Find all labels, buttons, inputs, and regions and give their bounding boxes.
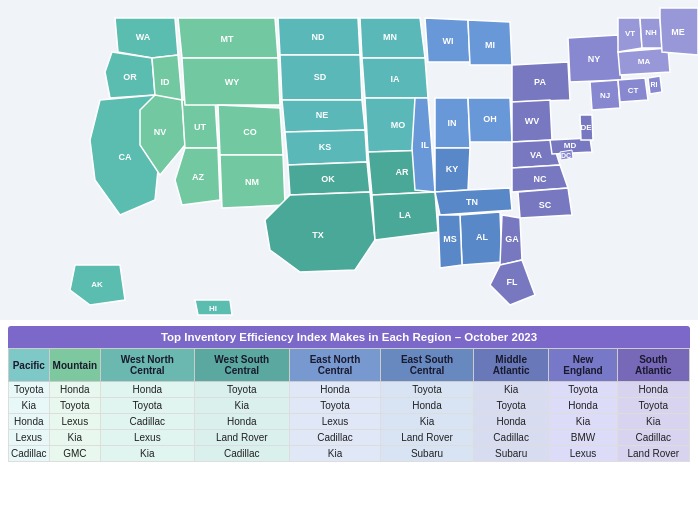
data-table-section: Top Inventory Efficiency Index Makes in … (0, 320, 698, 470)
cell-wsc-1: Kia (194, 398, 289, 414)
cell-satl-4: Land Rover (617, 446, 689, 462)
table-header-row: Pacific Mountain West North Central West… (9, 349, 690, 382)
svg-text:AZ: AZ (192, 172, 204, 182)
cell-midatl-2: Honda (473, 414, 548, 430)
svg-text:OH: OH (483, 114, 497, 124)
cell-esc-0: Toyota (381, 382, 474, 398)
cell-mountain-2: Lexus (49, 414, 100, 430)
svg-text:LA: LA (399, 210, 411, 220)
cell-enc-1: Toyota (289, 398, 380, 414)
cell-wsc-0: Toyota (194, 382, 289, 398)
svg-text:MS: MS (443, 234, 457, 244)
table-row: ToyotaHondaHondaToyotaHondaToyotaKiaToyo… (9, 382, 690, 398)
header-midatl: Middle Atlantic (473, 349, 548, 382)
svg-text:NJ: NJ (600, 91, 610, 100)
cell-pacific-3: Lexus (9, 430, 50, 446)
svg-text:AL: AL (476, 232, 488, 242)
svg-text:MN: MN (383, 32, 397, 42)
cell-pacific-1: Kia (9, 398, 50, 414)
svg-text:KY: KY (446, 164, 459, 174)
svg-text:IL: IL (421, 140, 430, 150)
svg-text:NM: NM (245, 177, 259, 187)
cell-mountain-3: Kia (49, 430, 100, 446)
cell-neweng-4: Lexus (549, 446, 617, 462)
svg-text:TN: TN (466, 197, 478, 207)
svg-text:SD: SD (314, 72, 327, 82)
svg-text:CO: CO (243, 127, 257, 137)
cell-mountain-0: Honda (49, 382, 100, 398)
svg-text:HI: HI (209, 304, 217, 313)
svg-text:WA: WA (136, 32, 151, 42)
svg-text:VA: VA (530, 150, 542, 160)
svg-text:GA: GA (505, 234, 519, 244)
regions-table: Pacific Mountain West North Central West… (8, 348, 690, 462)
cell-neweng-2: Kia (549, 414, 617, 430)
svg-text:IA: IA (391, 74, 401, 84)
us-map: WA OR CA AK HI ID MT NV UT AZ WY CO (0, 0, 698, 320)
svg-text:RI: RI (651, 81, 658, 88)
svg-text:MA: MA (638, 57, 651, 66)
svg-text:NY: NY (588, 54, 601, 64)
svg-text:WY: WY (225, 77, 240, 87)
cell-neweng-1: Honda (549, 398, 617, 414)
cell-wnc-0: Honda (101, 382, 195, 398)
svg-text:OK: OK (321, 174, 335, 184)
svg-text:NH: NH (645, 28, 657, 37)
cell-enc-3: Cadillac (289, 430, 380, 446)
table-row: CadillacGMCKiaCadillacKiaSubaruSubaruLex… (9, 446, 690, 462)
cell-enc-0: Honda (289, 382, 380, 398)
svg-text:MD: MD (564, 141, 577, 150)
svg-text:FL: FL (507, 277, 518, 287)
header-enc: East North Central (289, 349, 380, 382)
cell-satl-0: Honda (617, 382, 689, 398)
header-satl: South Atlantic (617, 349, 689, 382)
svg-text:KS: KS (319, 142, 332, 152)
cell-wsc-3: Land Rover (194, 430, 289, 446)
header-pacific: Pacific (9, 349, 50, 382)
cell-satl-2: Kia (617, 414, 689, 430)
cell-mountain-1: Toyota (49, 398, 100, 414)
svg-text:OR: OR (123, 72, 137, 82)
svg-text:AK: AK (91, 280, 103, 289)
cell-enc-4: Kia (289, 446, 380, 462)
svg-text:VT: VT (625, 29, 635, 38)
svg-text:IN: IN (448, 118, 457, 128)
cell-midatl-0: Kia (473, 382, 548, 398)
table-row: LexusKiaLexusLand RoverCadillacLand Rove… (9, 430, 690, 446)
svg-text:NC: NC (534, 174, 547, 184)
svg-text:NE: NE (316, 110, 329, 120)
cell-wnc-4: Kia (101, 446, 195, 462)
svg-text:DC: DC (561, 152, 571, 159)
table-row: KiaToyotaToyotaKiaToyotaHondaToyotaHonda… (9, 398, 690, 414)
cell-neweng-0: Toyota (549, 382, 617, 398)
cell-midatl-4: Subaru (473, 446, 548, 462)
cell-wnc-1: Toyota (101, 398, 195, 414)
svg-text:ID: ID (161, 77, 171, 87)
svg-text:UT: UT (194, 122, 206, 132)
header-neweng: New England (549, 349, 617, 382)
svg-text:AR: AR (396, 167, 409, 177)
cell-wnc-3: Lexus (101, 430, 195, 446)
svg-text:ND: ND (312, 32, 325, 42)
svg-text:SC: SC (539, 200, 552, 210)
cell-esc-2: Kia (381, 414, 474, 430)
svg-text:MO: MO (391, 120, 406, 130)
table-body: ToyotaHondaHondaToyotaHondaToyotaKiaToyo… (9, 382, 690, 462)
cell-satl-1: Toyota (617, 398, 689, 414)
cell-wsc-2: Honda (194, 414, 289, 430)
cell-wsc-4: Cadillac (194, 446, 289, 462)
table-title: Top Inventory Efficiency Index Makes in … (8, 326, 690, 348)
header-wnc: West North Central (101, 349, 195, 382)
cell-esc-3: Land Rover (381, 430, 474, 446)
cell-wnc-2: Cadillac (101, 414, 195, 430)
header-wsc: West South Central (194, 349, 289, 382)
cell-enc-2: Lexus (289, 414, 380, 430)
header-esc: East South Central (381, 349, 474, 382)
svg-text:MT: MT (221, 34, 234, 44)
svg-text:WI: WI (443, 36, 454, 46)
header-mountain: Mountain (49, 349, 100, 382)
cell-mountain-4: GMC (49, 446, 100, 462)
svg-text:ME: ME (671, 27, 685, 37)
cell-pacific-2: Honda (9, 414, 50, 430)
cell-esc-4: Subaru (381, 446, 474, 462)
